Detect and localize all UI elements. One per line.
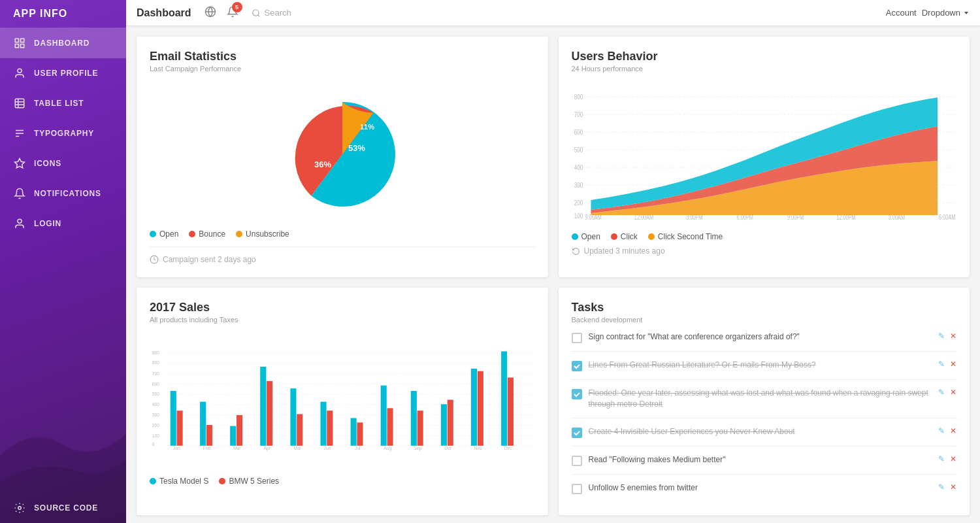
star-icon — [13, 157, 26, 170]
svg-text:300: 300 — [152, 413, 160, 417]
svg-text:6:00AM: 6:00AM — [939, 214, 955, 221]
task-edit-button[interactable]: ✎ — [938, 388, 945, 397]
sidebar-item-label: User Profile — [34, 69, 98, 78]
sidebar-nav: Dashboard User Profile Table List Typogr… — [0, 28, 126, 239]
account-link[interactable]: Account — [886, 8, 917, 18]
task-delete-button[interactable]: ✕ — [950, 482, 956, 492]
task-delete-button[interactable]: ✕ — [950, 426, 956, 435]
sidebar: APP INFO Dashboard User Profile Table Li… — [0, 0, 126, 523]
svg-rect-75 — [417, 411, 423, 446]
svg-rect-76 — [441, 404, 447, 445]
sidebar-item-user-profile[interactable]: User Profile — [0, 58, 126, 88]
svg-text:Sep: Sep — [414, 446, 421, 451]
tasks-subtitle: Backend development — [572, 316, 957, 324]
clock-icon — [150, 255, 159, 264]
sidebar-item-source-code[interactable]: Source Code — [0, 493, 126, 523]
bounce-dot — [189, 231, 195, 237]
main-area: Dashboard 5 Search Account Dropdown Ema — [126, 0, 980, 523]
area-chart-svg: 800 700 600 500 400 300 200 100 9:00AM 1… — [572, 79, 957, 223]
sidebar-item-login[interactable]: Login — [0, 209, 126, 239]
source-code-label: Source Code — [34, 503, 98, 513]
users-behavior-title: Users Behavior — [572, 50, 957, 63]
task-checkbox[interactable] — [572, 428, 582, 438]
task-edit-button[interactable]: ✎ — [938, 426, 945, 435]
behavior-legend: Open Click Click Second Time — [572, 232, 957, 241]
svg-rect-79 — [478, 371, 483, 446]
pie-chart-container: 53% 36% 11% — [150, 86, 535, 223]
task-edit-button[interactable]: ✎ — [938, 360, 945, 369]
notification-badge: 5 — [232, 2, 242, 12]
sidebar-item-dashboard[interactable]: Dashboard — [0, 28, 126, 58]
svg-rect-3 — [21, 44, 24, 48]
task-delete-button[interactable]: ✕ — [950, 360, 956, 369]
svg-text:400: 400 — [152, 402, 160, 407]
person-icon — [13, 217, 26, 230]
svg-rect-64 — [260, 367, 266, 446]
sidebar-footer[interactable]: Source Code — [0, 493, 126, 523]
svg-text:Feb: Feb — [203, 446, 211, 450]
search-label: Search — [265, 8, 291, 18]
svg-rect-60 — [200, 402, 206, 446]
search-box[interactable]: Search — [252, 8, 291, 18]
task-item: Lines From Great Russian Literature? Or … — [572, 352, 957, 380]
globe-button[interactable] — [202, 3, 219, 23]
unsubscribe-dot — [236, 231, 242, 237]
sidebar-item-label: Notifications — [34, 189, 101, 198]
sidebar-brand: APP INFO — [0, 0, 126, 28]
sidebar-item-typography[interactable]: Typography — [0, 118, 126, 148]
svg-rect-61 — [206, 425, 212, 446]
svg-text:36%: 36% — [314, 160, 331, 169]
task-text: Unfollow 5 enemies from twitter — [589, 482, 932, 494]
task-edit-button[interactable]: ✎ — [938, 482, 945, 492]
svg-text:300: 300 — [574, 181, 583, 190]
svg-text:Oct: Oct — [444, 446, 451, 450]
svg-rect-72 — [381, 386, 387, 446]
svg-rect-68 — [320, 402, 326, 446]
email-stats-legend: Open Bounce Unsubscribe — [150, 229, 535, 239]
behavior-legend-click: Click — [611, 232, 638, 241]
task-delete-button[interactable]: ✕ — [950, 331, 956, 341]
legend-tesla: Tesla Model S — [150, 477, 208, 486]
task-delete-button[interactable]: ✕ — [950, 454, 956, 464]
pie-chart: 53% 36% 11% — [267, 86, 417, 223]
svg-rect-73 — [387, 408, 393, 445]
task-text: Lines From Great Russian Literature? Or … — [589, 360, 932, 371]
sidebar-item-table-list[interactable]: Table List — [0, 88, 126, 118]
gear-icon — [13, 501, 26, 515]
task-checkbox[interactable] — [572, 389, 582, 399]
svg-rect-2 — [15, 44, 18, 48]
task-checkbox[interactable] — [572, 361, 582, 371]
task-actions: ✎ ✕ — [938, 360, 956, 369]
text-icon — [13, 127, 26, 140]
task-checkbox[interactable] — [572, 333, 582, 343]
task-edit-button[interactable]: ✎ — [938, 454, 945, 464]
sidebar-item-icons[interactable]: Icons — [0, 148, 126, 178]
task-item: Read "Following makes Medium better" ✎ ✕ — [572, 447, 957, 475]
header-icons: 5 — [202, 3, 241, 23]
legend-unsubscribe: Unsubscribe — [236, 229, 289, 239]
svg-text:500: 500 — [574, 146, 583, 154]
open-dot — [150, 231, 156, 237]
task-edit-button[interactable]: ✎ — [938, 331, 945, 341]
bar-chart: 900 800 700 600 500 400 300 200 100 0 — [150, 330, 535, 470]
task-delete-button[interactable]: ✕ — [950, 388, 956, 397]
table-icon — [13, 97, 26, 110]
task-checkbox[interactable] — [572, 484, 582, 494]
legend-bounce: Bounce — [189, 229, 225, 239]
svg-text:Jun: Jun — [324, 446, 331, 450]
header-title: Dashboard — [137, 7, 191, 19]
sidebar-item-label: Icons — [34, 159, 61, 168]
svg-rect-62 — [230, 426, 236, 446]
dropdown-button[interactable]: Dropdown — [922, 8, 970, 18]
task-checkbox[interactable] — [572, 456, 582, 466]
svg-text:600: 600 — [574, 128, 583, 137]
task-actions: ✎ ✕ — [938, 331, 956, 341]
content-area: Email Statistics Last Campaign Performan… — [126, 26, 980, 523]
svg-text:Apr: Apr — [264, 446, 271, 451]
svg-text:700: 700 — [574, 110, 583, 119]
svg-rect-59 — [177, 411, 183, 446]
notification-button[interactable]: 5 — [224, 3, 241, 23]
svg-text:Jan: Jan — [173, 446, 180, 450]
sidebar-item-notifications[interactable]: Notifications — [0, 178, 126, 209]
svg-point-4 — [18, 69, 22, 73]
